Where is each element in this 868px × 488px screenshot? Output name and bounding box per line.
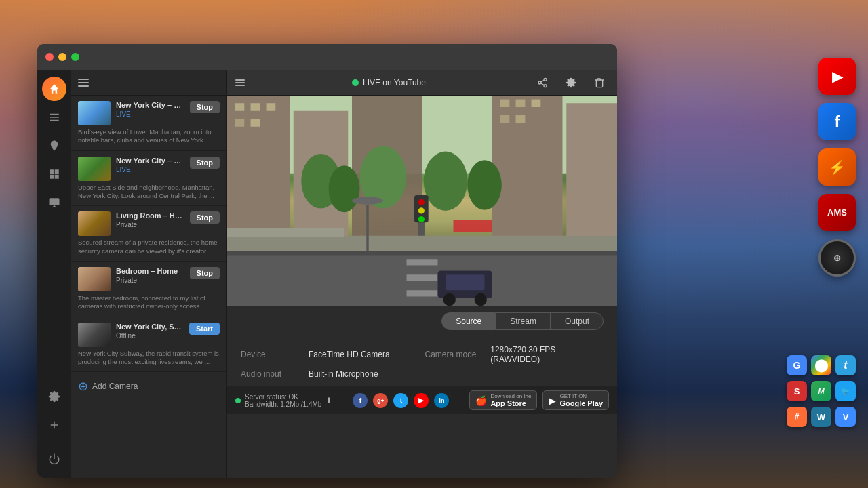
svg-point-55 bbox=[418, 199, 425, 205]
maximize-button[interactable] bbox=[71, 53, 79, 61]
mini-icon-twitter[interactable]: 🐦 bbox=[835, 381, 856, 401]
camera-mode-value: 868x488 30 FPS (RAWVIDEO) bbox=[490, 345, 604, 364]
youtube-desktop-icon[interactable]: ▶ bbox=[818, 58, 856, 95]
svg-point-59 bbox=[352, 197, 383, 205]
svg-rect-35 bbox=[516, 115, 526, 123]
camera-thumb-2 bbox=[78, 157, 111, 181]
googleplay-icon: ▶ bbox=[549, 395, 556, 406]
appstore-badge[interactable]: 🍎 Download on the App Store bbox=[469, 390, 537, 410]
camera-item-2[interactable]: New York City – UES LIVE Stop Upper East… bbox=[71, 151, 226, 207]
sidebar-location-icon[interactable] bbox=[42, 134, 66, 158]
sidebar-home-icon[interactable] bbox=[42, 77, 66, 101]
menu-lines-icon[interactable] bbox=[235, 79, 245, 86]
camera-desc-1: Bird's-eye view of Lower Manhattan, zoom… bbox=[78, 128, 220, 145]
mini-icon-wordpress[interactable]: W bbox=[811, 407, 831, 427]
camera-item-4[interactable]: Bedroom – Home Private Stop The master b… bbox=[71, 262, 226, 317]
share-button[interactable] bbox=[533, 73, 552, 92]
app5-desktop-icon[interactable]: ⊕ bbox=[818, 239, 856, 277]
app-window: New York City – Birds Eye LIVE Stop Bird… bbox=[37, 44, 617, 478]
social-linkedin[interactable]: in bbox=[434, 393, 449, 408]
camera-status-4: Private bbox=[116, 277, 184, 284]
main-content: LIVE on YouTube bbox=[227, 70, 617, 478]
camera-thumb-4 bbox=[78, 267, 111, 291]
apple-icon: 🍎 bbox=[475, 395, 487, 406]
mini-icon-slack[interactable]: S bbox=[787, 381, 807, 401]
thunder-desktop-icon[interactable]: ⚡ bbox=[818, 148, 856, 186]
sidebar-icons bbox=[37, 70, 71, 478]
mini-icon-vimeo[interactable]: V bbox=[835, 407, 856, 427]
svg-rect-43 bbox=[407, 259, 438, 265]
svg-rect-26 bbox=[267, 103, 276, 111]
close-button[interactable] bbox=[45, 53, 54, 61]
social-facebook[interactable]: f bbox=[353, 393, 368, 408]
mini-icon-tumblr[interactable]: t bbox=[835, 355, 856, 375]
svg-point-16 bbox=[544, 84, 547, 87]
svg-rect-32 bbox=[516, 100, 526, 108]
desktop-mini-dock: G ⬤ t S M 🐦 # W V bbox=[787, 355, 856, 427]
sidebar-settings-icon[interactable] bbox=[42, 384, 66, 409]
mini-icon-chrome[interactable]: ⬤ bbox=[811, 355, 831, 375]
camera-mode-label: Camera mode bbox=[425, 350, 491, 359]
trash-button[interactable] bbox=[590, 73, 609, 92]
sidebar-grid-icon[interactable] bbox=[42, 162, 66, 186]
facebook-desktop-icon[interactable]: f bbox=[818, 103, 856, 140]
svg-rect-27 bbox=[235, 119, 245, 127]
menu-icon[interactable] bbox=[78, 79, 89, 87]
camera-thumb-5 bbox=[78, 323, 111, 347]
svg-rect-50 bbox=[227, 236, 617, 251]
camera-name-3: Living Room – Home bbox=[116, 211, 184, 220]
camera-item-5[interactable]: New York City, Subway Offline Start New … bbox=[71, 317, 226, 373]
mini-icon-g[interactable]: G bbox=[787, 355, 807, 375]
camera-item-3[interactable]: Living Room – Home Private Stop Secured … bbox=[71, 206, 226, 262]
server-status: Server status: OK Bandwidth: 1.2Mb /1.4M… bbox=[235, 393, 332, 408]
svg-rect-9 bbox=[50, 198, 60, 205]
server-status-dot bbox=[235, 398, 241, 403]
mini-icon-tag[interactable]: # bbox=[787, 407, 807, 427]
mini-icon-gmail[interactable]: M bbox=[811, 381, 831, 401]
camera-name-4: Bedroom – Home bbox=[116, 267, 184, 275]
video-bg bbox=[227, 96, 617, 306]
tabs-row: Source Stream Output bbox=[441, 312, 604, 330]
live-label: LIVE on YouTube bbox=[363, 78, 426, 87]
camera-desc-3: Secured stream of a private residence, t… bbox=[78, 239, 220, 256]
sidebar-list-icon[interactable] bbox=[42, 105, 66, 129]
svg-rect-51 bbox=[227, 228, 344, 237]
camera-stop-btn-4[interactable]: Stop bbox=[190, 267, 220, 279]
device-row: Device FaceTime HD Camera bbox=[241, 345, 420, 364]
camera-status-2: LIVE bbox=[116, 166, 184, 174]
camera-stop-btn-3[interactable]: Stop bbox=[190, 211, 220, 224]
sidebar-monitor-icon[interactable] bbox=[42, 190, 66, 215]
bandwidth-text: Bandwidth: 1.2Mb /1.4Mb bbox=[245, 401, 321, 408]
camera-stop-btn-1[interactable]: Stop bbox=[190, 101, 220, 113]
svg-point-40 bbox=[467, 160, 502, 210]
footer-stores: 🍎 Download on the App Store ▶ GET IT ON … bbox=[469, 390, 609, 410]
camera-status-1: LIVE bbox=[116, 110, 184, 118]
tab-stream[interactable]: Stream bbox=[496, 312, 551, 330]
add-camera-button[interactable]: ⊕ Add Camera bbox=[71, 372, 226, 401]
audio-input-label: Audio input bbox=[241, 369, 309, 379]
settings-button[interactable] bbox=[561, 73, 580, 92]
sidebar-power-icon[interactable] bbox=[42, 447, 66, 471]
tab-source[interactable]: Source bbox=[441, 312, 496, 330]
camera-thumb-1 bbox=[78, 101, 111, 125]
social-youtube[interactable]: ▶ bbox=[414, 393, 429, 408]
svg-rect-44 bbox=[407, 274, 438, 281]
device-info-grid: Device FaceTime HD Camera Camera mode 12… bbox=[241, 345, 604, 386]
svg-point-56 bbox=[418, 207, 425, 214]
camera-item-1[interactable]: New York City – Birds Eye LIVE Stop Bird… bbox=[71, 96, 226, 151]
device-label: Device bbox=[241, 350, 309, 359]
minimize-button[interactable] bbox=[58, 53, 66, 61]
camera-stop-btn-2[interactable]: Stop bbox=[190, 157, 220, 169]
tab-output[interactable]: Output bbox=[551, 312, 604, 330]
svg-point-15 bbox=[538, 81, 541, 84]
svg-line-18 bbox=[541, 80, 545, 82]
sidebar-plus-icon[interactable] bbox=[42, 413, 66, 437]
svg-rect-34 bbox=[500, 115, 510, 123]
googleplay-sub: GET IT ON bbox=[559, 393, 603, 399]
ams-desktop-icon[interactable]: AMS bbox=[818, 194, 856, 231]
camera-start-btn-5[interactable]: Start bbox=[189, 323, 220, 335]
social-google[interactable]: g+ bbox=[373, 393, 388, 408]
googleplay-badge[interactable]: ▶ GET IT ON Google Play bbox=[542, 390, 609, 410]
title-bar bbox=[37, 44, 617, 70]
social-twitter[interactable]: t bbox=[393, 393, 408, 408]
